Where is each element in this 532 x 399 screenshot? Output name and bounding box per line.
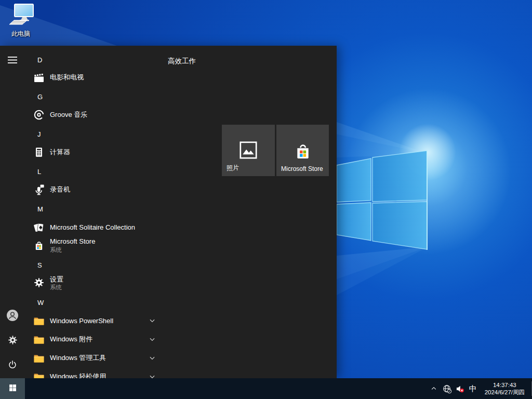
start-menu-tiles: 高效工作 照片 [164,46,337,378]
section-label: L [37,168,41,176]
desktop-icon-label: 此电脑 [4,30,37,38]
section-letter-g[interactable]: G [25,92,164,102]
volume-muted-icon[interactable] [455,384,464,393]
ime-indicator[interactable]: 中 [469,384,477,393]
section-label: G [37,93,43,101]
tile-microsoft-store[interactable]: Microsoft Store [276,125,329,176]
expand-menu-button[interactable] [6,55,19,68]
app-label: 计算器 [50,148,70,157]
calculator-icon [32,145,46,159]
start-menu: D 电影和电视 G [0,46,337,378]
tile-label: 照片 [227,164,239,172]
app-label: 设置 [50,275,63,284]
user-account-button[interactable] [6,309,19,322]
app-item-microsoft-store[interactable]: Microsoft Store 系统 [25,234,164,256]
chevron-down-icon[interactable] [149,317,156,324]
app-item-groove-music[interactable]: Groove 音乐 [25,107,164,123]
solitaire-icon [32,220,46,234]
app-item-solitaire[interactable]: Microsoft Solitaire Collection [25,219,164,235]
taskbar: 中 14:37:43 2024/6/27/周四 [0,378,532,399]
store-icon [32,238,46,252]
computer-icon [6,20,35,29]
taskbar-clock[interactable]: 14:37:43 2024/6/27/周四 [485,381,525,396]
chevron-down-icon[interactable] [149,354,156,362]
start-button[interactable] [0,378,25,399]
folder-icon [32,314,46,327]
section-letter-w[interactable]: W [25,298,164,308]
settings-gear-icon [32,276,46,289]
app-label: Microsoft Solitaire Collection [50,223,135,231]
folder-label: Windows PowerShell [50,317,113,325]
windows-logo-icon [8,383,17,394]
power-icon [7,360,18,372]
app-label: 电影和电视 [50,73,84,82]
gear-icon [7,335,18,348]
user-avatar-icon [6,309,19,324]
section-letter-m[interactable]: M [25,204,164,215]
section-letter-d[interactable]: D [25,55,164,65]
section-label: M [37,205,43,213]
store-icon [292,140,313,163]
section-label: D [37,56,42,64]
groove-music-icon [32,108,46,122]
photos-icon [238,140,258,162]
desktop-icon-this-pc[interactable]: 此电脑 [4,3,37,38]
folder-label: Windows 管理工具 [50,353,106,363]
section-label: S [37,261,42,269]
tile-photos[interactable]: 照片 [222,125,275,176]
start-menu-app-list: D 电影和电视 G [25,46,164,378]
tile-group-title: 高效工作 [168,57,196,66]
clock-time: 14:37:43 [485,381,525,389]
section-label: W [37,299,44,307]
folder-icon [32,332,46,346]
tile-label: Microsoft Store [281,165,323,172]
hidden-icons-chevron[interactable] [429,384,438,393]
app-sublabel: 系统 [50,284,62,291]
clock-date: 2024/6/27/周四 [485,389,525,396]
app-sublabel: 系统 [50,246,62,254]
hamburger-icon [8,57,17,66]
folder-item-windows-admin-tools[interactable]: Windows 管理工具 [25,350,164,366]
section-letter-s[interactable]: S [25,260,164,271]
network-globe-offline-icon[interactable] [442,384,451,393]
folder-icon [32,351,46,365]
chevron-down-icon[interactable] [149,336,156,343]
movies-tv-icon [32,71,46,84]
app-label: Groove 音乐 [50,110,87,119]
folder-item-windows-accessories[interactable]: Windows 附件 [25,331,164,347]
power-button[interactable] [6,360,19,372]
section-letter-j[interactable]: J [25,129,164,140]
system-tray: 中 14:37:43 2024/6/27/周四 [429,378,532,399]
app-item-settings[interactable]: 设置 系统 [25,272,164,294]
app-item-calculator[interactable]: 计算器 [25,144,164,160]
rail-settings-button[interactable] [6,335,19,347]
folder-label: Windows 附件 [50,335,92,344]
app-label: Microsoft Store [50,237,95,245]
app-item-movies-tv[interactable]: 电影和电视 [25,70,164,85]
folder-item-windows-powershell[interactable]: Windows PowerShell [25,313,164,328]
voice-recorder-icon [32,183,46,196]
section-letter-l[interactable]: L [25,167,164,177]
section-label: J [37,130,41,138]
start-menu-rail [0,46,25,378]
screen: 此电脑 [0,0,532,399]
app-label: 录音机 [50,185,70,194]
app-item-voice-recorder[interactable]: 录音机 [25,182,164,197]
